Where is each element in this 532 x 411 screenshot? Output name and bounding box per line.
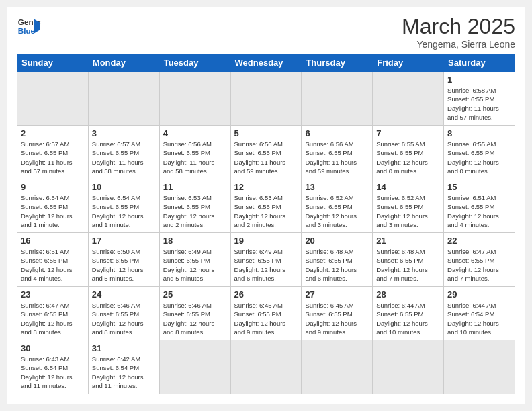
calendar-day: 30Sunrise: 6:43 AMSunset: 6:54 PMDayligh… bbox=[17, 340, 89, 394]
calendar-day bbox=[230, 340, 302, 394]
day-number: 22 bbox=[447, 236, 511, 246]
calendar-day: 12Sunrise: 6:53 AMSunset: 6:55 PMDayligh… bbox=[230, 179, 302, 233]
calendar-day bbox=[373, 340, 444, 394]
day-number: 31 bbox=[92, 343, 156, 353]
day-info: Sunrise: 6:45 AMSunset: 6:55 PMDaylight:… bbox=[305, 301, 369, 336]
day-info: Sunrise: 6:55 AMSunset: 6:55 PMDaylight:… bbox=[376, 140, 440, 175]
calendar-day bbox=[230, 72, 302, 126]
day-number: 9 bbox=[21, 182, 85, 192]
day-info: Sunrise: 6:58 AMSunset: 6:55 PMDaylight:… bbox=[447, 86, 511, 122]
day-number: 16 bbox=[21, 236, 85, 246]
day-number: 5 bbox=[234, 128, 298, 138]
day-info: Sunrise: 6:57 AMSunset: 6:55 PMDaylight:… bbox=[92, 140, 156, 175]
day-info: Sunrise: 6:49 AMSunset: 6:55 PMDaylight:… bbox=[234, 247, 298, 283]
day-info: Sunrise: 6:55 AMSunset: 6:55 PMDaylight:… bbox=[447, 140, 511, 175]
title-block: March 2025 Yengema, Sierra Leone bbox=[402, 14, 515, 50]
calendar-day: 24Sunrise: 6:46 AMSunset: 6:55 PMDayligh… bbox=[88, 287, 159, 340]
day-info: Sunrise: 6:52 AMSunset: 6:55 PMDaylight:… bbox=[305, 193, 369, 229]
day-info: Sunrise: 6:47 AMSunset: 6:55 PMDaylight:… bbox=[21, 301, 85, 336]
calendar-day bbox=[302, 72, 373, 126]
day-info: Sunrise: 6:56 AMSunset: 6:55 PMDaylight:… bbox=[305, 140, 369, 175]
calendar-day: 7Sunrise: 6:55 AMSunset: 6:55 PMDaylight… bbox=[373, 126, 444, 179]
day-number: 12 bbox=[234, 182, 298, 192]
day-number: 14 bbox=[376, 182, 440, 192]
calendar-day: 21Sunrise: 6:48 AMSunset: 6:55 PMDayligh… bbox=[373, 233, 444, 287]
day-number: 29 bbox=[447, 289, 511, 300]
day-info: Sunrise: 6:53 AMSunset: 6:55 PMDaylight:… bbox=[234, 193, 298, 229]
calendar-day: 16Sunrise: 6:51 AMSunset: 6:55 PMDayligh… bbox=[17, 233, 89, 287]
calendar-day: 25Sunrise: 6:46 AMSunset: 6:55 PMDayligh… bbox=[159, 287, 230, 340]
day-number: 26 bbox=[234, 289, 298, 300]
calendar-day: 29Sunrise: 6:44 AMSunset: 6:54 PMDayligh… bbox=[444, 287, 515, 340]
calendar-day bbox=[159, 72, 230, 126]
weekday-header: SundayMondayTuesdayWednesdayThursdayFrid… bbox=[17, 54, 515, 72]
day-number: 2 bbox=[21, 128, 85, 138]
calendar-day: 28Sunrise: 6:44 AMSunset: 6:55 PMDayligh… bbox=[373, 287, 444, 340]
day-number: 24 bbox=[92, 289, 156, 300]
calendar-day: 17Sunrise: 6:50 AMSunset: 6:55 PMDayligh… bbox=[88, 233, 159, 287]
calendar-day: 19Sunrise: 6:49 AMSunset: 6:55 PMDayligh… bbox=[230, 233, 302, 287]
calendar-day: 31Sunrise: 6:42 AMSunset: 6:54 PMDayligh… bbox=[88, 340, 159, 394]
day-info: Sunrise: 6:49 AMSunset: 6:55 PMDaylight:… bbox=[163, 247, 227, 283]
calendar-week: 9Sunrise: 6:54 AMSunset: 6:55 PMDaylight… bbox=[17, 179, 515, 233]
day-info: Sunrise: 6:44 AMSunset: 6:55 PMDaylight:… bbox=[376, 301, 440, 336]
svg-text:Blue: Blue bbox=[18, 26, 36, 35]
day-number: 7 bbox=[376, 128, 440, 138]
calendar-day: 6Sunrise: 6:56 AMSunset: 6:55 PMDaylight… bbox=[302, 126, 373, 179]
day-info: Sunrise: 6:56 AMSunset: 6:55 PMDaylight:… bbox=[163, 140, 227, 175]
day-info: Sunrise: 6:44 AMSunset: 6:54 PMDaylight:… bbox=[447, 301, 511, 336]
calendar-day: 14Sunrise: 6:52 AMSunset: 6:55 PMDayligh… bbox=[373, 179, 444, 233]
calendar-day: 11Sunrise: 6:53 AMSunset: 6:55 PMDayligh… bbox=[159, 179, 230, 233]
day-info: Sunrise: 6:51 AMSunset: 6:55 PMDaylight:… bbox=[21, 247, 85, 283]
day-info: Sunrise: 6:54 AMSunset: 6:55 PMDaylight:… bbox=[92, 193, 156, 229]
day-info: Sunrise: 6:46 AMSunset: 6:55 PMDaylight:… bbox=[92, 301, 156, 336]
day-info: Sunrise: 6:45 AMSunset: 6:55 PMDaylight:… bbox=[234, 301, 298, 336]
calendar-week: 16Sunrise: 6:51 AMSunset: 6:55 PMDayligh… bbox=[17, 233, 515, 287]
day-info: Sunrise: 6:50 AMSunset: 6:55 PMDaylight:… bbox=[92, 247, 156, 283]
calendar-day: 20Sunrise: 6:48 AMSunset: 6:55 PMDayligh… bbox=[302, 233, 373, 287]
calendar-week: 30Sunrise: 6:43 AMSunset: 6:54 PMDayligh… bbox=[17, 340, 515, 394]
weekday-header-cell: Sunday bbox=[17, 54, 89, 72]
day-number: 11 bbox=[163, 182, 227, 192]
day-info: Sunrise: 6:53 AMSunset: 6:55 PMDaylight:… bbox=[163, 193, 227, 229]
weekday-header-cell: Thursday bbox=[302, 54, 373, 72]
calendar-day: 3Sunrise: 6:57 AMSunset: 6:55 PMDaylight… bbox=[88, 126, 159, 179]
day-info: Sunrise: 6:52 AMSunset: 6:55 PMDaylight:… bbox=[376, 193, 440, 229]
day-number: 4 bbox=[163, 128, 227, 138]
calendar-day: 13Sunrise: 6:52 AMSunset: 6:55 PMDayligh… bbox=[302, 179, 373, 233]
weekday-header-cell: Tuesday bbox=[159, 54, 230, 72]
month-title: March 2025 bbox=[402, 14, 515, 39]
day-info: Sunrise: 6:51 AMSunset: 6:55 PMDaylight:… bbox=[447, 193, 511, 229]
day-number: 27 bbox=[305, 289, 369, 300]
day-number: 8 bbox=[447, 128, 511, 138]
day-number: 17 bbox=[92, 236, 156, 246]
day-number: 15 bbox=[447, 182, 511, 192]
day-number: 18 bbox=[163, 236, 227, 246]
location: Yengema, Sierra Leone bbox=[402, 39, 515, 50]
weekday-header-cell: Friday bbox=[373, 54, 444, 72]
calendar-day: 27Sunrise: 6:45 AMSunset: 6:55 PMDayligh… bbox=[302, 287, 373, 340]
calendar-day: 2Sunrise: 6:57 AMSunset: 6:55 PMDaylight… bbox=[17, 126, 89, 179]
day-info: Sunrise: 6:46 AMSunset: 6:55 PMDaylight:… bbox=[163, 301, 227, 336]
day-info: Sunrise: 6:48 AMSunset: 6:55 PMDaylight:… bbox=[305, 247, 369, 283]
calendar-day: 5Sunrise: 6:56 AMSunset: 6:55 PMDaylight… bbox=[230, 126, 302, 179]
calendar-page: General Blue March 2025 Yengema, Sierra … bbox=[7, 7, 525, 404]
calendar-day: 10Sunrise: 6:54 AMSunset: 6:55 PMDayligh… bbox=[88, 179, 159, 233]
day-number: 1 bbox=[447, 75, 511, 85]
calendar-day: 9Sunrise: 6:54 AMSunset: 6:55 PMDaylight… bbox=[17, 179, 89, 233]
day-number: 13 bbox=[305, 182, 369, 192]
day-info: Sunrise: 6:48 AMSunset: 6:55 PMDaylight:… bbox=[376, 247, 440, 283]
day-info: Sunrise: 6:57 AMSunset: 6:55 PMDaylight:… bbox=[21, 140, 85, 175]
logo-icon: General Blue bbox=[17, 14, 41, 38]
day-number: 28 bbox=[376, 289, 440, 300]
calendar-day bbox=[302, 340, 373, 394]
calendar-day: 22Sunrise: 6:47 AMSunset: 6:55 PMDayligh… bbox=[444, 233, 515, 287]
calendar-day bbox=[444, 340, 515, 394]
calendar-day: 4Sunrise: 6:56 AMSunset: 6:55 PMDaylight… bbox=[159, 126, 230, 179]
calendar-day bbox=[373, 72, 444, 126]
day-number: 25 bbox=[163, 289, 227, 300]
calendar-day bbox=[88, 72, 159, 126]
day-info: Sunrise: 6:56 AMSunset: 6:55 PMDaylight:… bbox=[234, 140, 298, 175]
day-number: 30 bbox=[21, 343, 85, 353]
day-number: 20 bbox=[305, 236, 369, 246]
